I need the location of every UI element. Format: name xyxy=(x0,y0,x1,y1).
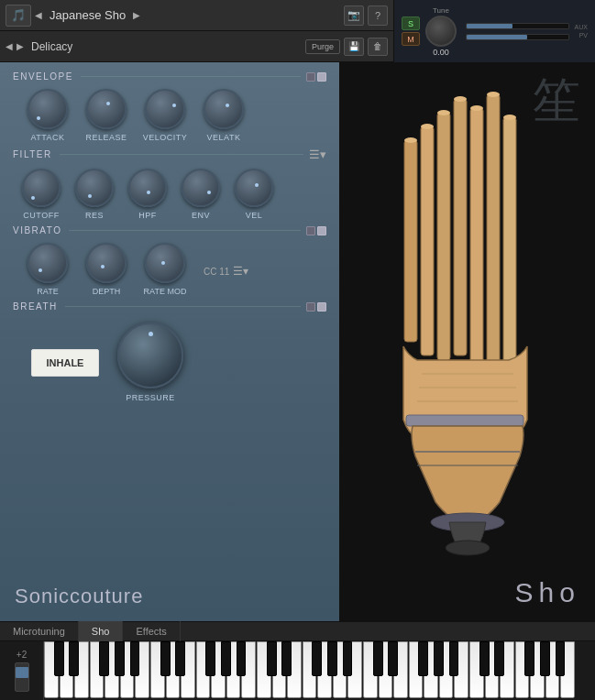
svg-rect-14 xyxy=(406,415,523,426)
breath-section: BREATH INHALE PRESSURE xyxy=(13,301,326,402)
preset-name: Japanese Sho xyxy=(50,8,126,22)
envelope-section: ENVELOPE ATTACK xyxy=(13,71,326,142)
cc11-group: CC 11 ☰▾ xyxy=(204,265,248,278)
logo-button[interactable]: 🎵 xyxy=(6,5,31,27)
camera-button[interactable]: 📷 xyxy=(344,5,364,26)
vel-knob[interactable] xyxy=(235,169,273,207)
black-key[interactable] xyxy=(221,641,231,676)
black-key[interactable] xyxy=(418,641,428,676)
black-key[interactable] xyxy=(99,641,109,676)
pressure-knob[interactable] xyxy=(117,323,183,388)
header-sub-bar: ◀ ▶ Delicacy Purge 💾 🗑 xyxy=(0,31,393,62)
svg-rect-5 xyxy=(421,126,434,355)
svg-point-12 xyxy=(421,124,434,129)
envelope-toggle-2[interactable] xyxy=(317,72,326,82)
breath-toggle-2[interactable] xyxy=(317,302,326,312)
black-key[interactable] xyxy=(237,641,247,676)
tab-effects[interactable]: Effects xyxy=(123,621,180,641)
envelope-toggle-1[interactable] xyxy=(306,72,315,82)
rate-knob[interactable] xyxy=(28,243,68,283)
velocity-label: VELOCITY xyxy=(143,133,188,142)
filter-menu-btn[interactable]: ☰▾ xyxy=(309,148,326,161)
svg-point-11 xyxy=(437,110,450,115)
vibrato-toggle-2[interactable] xyxy=(317,226,326,235)
black-key[interactable] xyxy=(343,641,353,676)
black-key[interactable] xyxy=(115,641,125,676)
m-button[interactable]: M xyxy=(402,32,420,46)
ratemod-knob[interactable] xyxy=(145,243,185,283)
right-sliders xyxy=(462,23,569,40)
sub-arrow-right[interactable]: ▶ xyxy=(17,41,24,51)
s-button[interactable]: S xyxy=(402,16,420,30)
svg-rect-0 xyxy=(454,99,467,355)
black-key[interactable] xyxy=(388,641,398,676)
product-title: Sho xyxy=(515,577,580,607)
black-key[interactable] xyxy=(524,641,534,676)
depth-knob[interactable] xyxy=(86,243,127,283)
breath-toggle-1[interactable] xyxy=(306,302,315,312)
black-key[interactable] xyxy=(540,641,550,676)
aux-label: AUX xyxy=(575,24,588,30)
inhale-button[interactable]: INHALE xyxy=(31,349,99,377)
svg-point-16 xyxy=(446,541,490,555)
cutoff-knob[interactable] xyxy=(22,169,61,207)
svg-point-9 xyxy=(487,92,500,97)
rate-knob-group: RATE xyxy=(18,243,77,296)
tab-sho[interactable]: Sho xyxy=(79,621,124,641)
rate-label: RATE xyxy=(37,287,58,296)
attack-knob-group: ATTACK xyxy=(18,89,77,142)
black-key[interactable] xyxy=(479,641,490,676)
slider-track-1[interactable] xyxy=(466,23,569,29)
velatk-knob-group: VELATK xyxy=(194,89,253,142)
black-key[interactable] xyxy=(494,641,504,676)
black-key[interactable] xyxy=(130,641,140,676)
velatk-label: VELATK xyxy=(207,133,241,142)
release-knob[interactable] xyxy=(86,89,127,129)
black-key[interactable] xyxy=(281,641,292,676)
piano-keys[interactable] xyxy=(44,641,595,700)
black-key[interactable] xyxy=(373,641,383,676)
cc11-menu-icon[interactable]: ☰▾ xyxy=(233,265,248,278)
breath-label: BREATH xyxy=(13,301,58,312)
attack-knob[interactable] xyxy=(28,89,68,129)
velatk-knob[interactable] xyxy=(204,89,244,129)
vibrato-section: VIBRATO RATE xyxy=(13,225,326,296)
save-button[interactable]: 💾 xyxy=(344,38,364,56)
black-key[interactable] xyxy=(69,641,79,676)
black-key[interactable] xyxy=(449,641,459,676)
purge-button[interactable]: Purge xyxy=(305,39,340,54)
tab-microtuning[interactable]: Microtuning xyxy=(0,621,79,641)
tune-knob[interactable] xyxy=(425,16,457,47)
black-key[interactable] xyxy=(175,641,185,676)
kanji-text: 笙 xyxy=(533,77,580,125)
black-key[interactable] xyxy=(54,641,64,676)
arrow-right-icon[interactable]: ▶ xyxy=(133,10,140,20)
hpf-knob[interactable] xyxy=(128,169,167,207)
vel-knob-group: VEL xyxy=(227,169,281,220)
depth-label: DEPTH xyxy=(93,287,121,296)
preset-sub-name: Delicacy xyxy=(31,40,72,53)
ratemod-knob-group: RATE MOD xyxy=(136,243,194,296)
instrument-panel: 笙 xyxy=(339,62,595,621)
velocity-knob[interactable] xyxy=(145,89,185,129)
res-knob[interactable] xyxy=(75,169,114,207)
help-button[interactable]: ? xyxy=(368,5,388,26)
hpf-label: HPF xyxy=(138,211,157,220)
black-key[interactable] xyxy=(267,641,277,676)
env-knob[interactable] xyxy=(182,169,220,207)
sub-arrow-left[interactable]: ◀ xyxy=(6,41,13,51)
cc11-label: CC 11 xyxy=(204,267,229,277)
delete-button[interactable]: 🗑 xyxy=(368,38,388,56)
vibrato-toggle-1[interactable] xyxy=(306,226,315,235)
svg-rect-4 xyxy=(437,113,450,360)
black-key[interactable] xyxy=(312,641,322,676)
black-key[interactable] xyxy=(556,641,566,676)
arrow-left-icon[interactable]: ◀ xyxy=(35,10,42,20)
black-key[interactable] xyxy=(205,641,215,676)
black-key[interactable] xyxy=(327,641,337,676)
slider-track-2[interactable] xyxy=(466,34,569,40)
black-key[interactable] xyxy=(434,641,444,676)
black-key[interactable] xyxy=(160,641,171,676)
filter-label: FILTER xyxy=(13,149,52,159)
logo-icon: 🎵 xyxy=(11,8,26,22)
